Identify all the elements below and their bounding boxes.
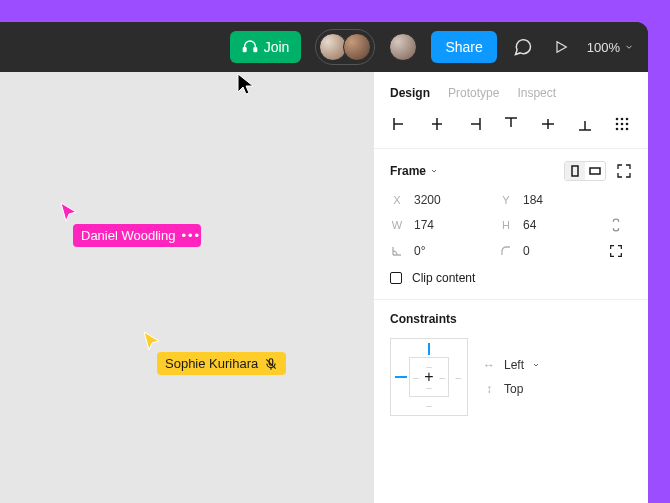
present-icon[interactable] — [549, 35, 573, 59]
horizontal-icon: ↔ — [482, 358, 496, 372]
svg-rect-0 — [243, 48, 246, 52]
avatar-group[interactable] — [315, 29, 375, 65]
svg-point-18 — [616, 118, 619, 121]
toolbar: Join Share 100% — [0, 22, 648, 72]
height-value: 64 — [523, 218, 536, 232]
x-field[interactable]: X3200 — [390, 193, 491, 207]
align-left-icon[interactable] — [388, 112, 412, 136]
canvas[interactable]: Daniel Woodling ••• Sophie Kurihara — [0, 72, 373, 503]
constraint-vertical-value: Top — [504, 382, 523, 396]
frame-dropdown[interactable]: Frame — [390, 164, 438, 178]
checkbox-icon — [390, 272, 402, 284]
constraints-diagram[interactable]: – – – – – – + — [390, 338, 468, 416]
tab-prototype[interactable]: Prototype — [448, 86, 499, 100]
orientation-toggle[interactable] — [564, 161, 606, 181]
comments-icon[interactable] — [511, 35, 535, 59]
share-button[interactable]: Share — [431, 31, 496, 63]
link-dimensions-icon[interactable] — [608, 217, 632, 233]
svg-point-21 — [616, 123, 619, 126]
portrait-icon[interactable] — [565, 162, 585, 180]
zoom-value: 100% — [587, 40, 620, 55]
zoom-dropdown[interactable]: 100% — [587, 40, 634, 55]
svg-point-22 — [621, 123, 624, 126]
align-hcenter-icon[interactable] — [425, 112, 449, 136]
rotation-field[interactable]: 0° — [390, 244, 491, 258]
join-button-label: Join — [264, 39, 290, 55]
svg-rect-27 — [572, 166, 578, 176]
height-field[interactable]: H64 — [499, 218, 600, 232]
clip-content-label: Clip content — [412, 271, 475, 285]
width-field[interactable]: W174 — [390, 218, 491, 232]
align-vcenter-icon[interactable] — [536, 112, 560, 136]
avatar[interactable] — [343, 33, 371, 61]
remote-user-name: Sophie Kurihara — [165, 356, 258, 371]
resize-to-fit-icon[interactable] — [616, 163, 632, 179]
corner-radius-field[interactable]: 0 — [499, 244, 600, 258]
constraint-horizontal-dropdown[interactable]: ↔ Left — [482, 358, 540, 372]
constraint-vertical-dropdown[interactable]: ↕ Top — [482, 382, 540, 396]
align-bottom-icon[interactable] — [573, 112, 597, 136]
independent-corners-icon[interactable] — [608, 243, 632, 259]
x-value: 3200 — [414, 193, 441, 207]
svg-point-25 — [621, 128, 624, 131]
alignment-row — [374, 110, 648, 149]
remote-user-tag[interactable]: Sophie Kurihara — [157, 352, 286, 375]
svg-point-26 — [626, 128, 629, 131]
constraint-horizontal-value: Left — [504, 358, 524, 372]
frame-title: Frame — [390, 164, 426, 178]
align-right-icon[interactable] — [462, 112, 486, 136]
svg-point-24 — [616, 128, 619, 131]
remote-user-tag[interactable]: Daniel Woodling ••• — [73, 224, 201, 247]
headset-icon — [242, 39, 258, 55]
constraints-title: Constraints — [390, 312, 632, 326]
remote-cursor-icon — [143, 331, 161, 351]
y-value: 184 — [523, 193, 543, 207]
mic-muted-icon — [264, 357, 278, 371]
corner-radius-icon — [499, 245, 513, 257]
svg-marker-2 — [557, 42, 566, 53]
rotation-value: 0° — [414, 244, 425, 258]
svg-point-23 — [626, 123, 629, 126]
svg-rect-1 — [254, 48, 257, 52]
frame-section: Frame — [374, 149, 648, 300]
remote-cursor-icon — [60, 202, 78, 222]
landscape-icon[interactable] — [585, 162, 605, 180]
mouse-cursor-icon — [236, 72, 256, 96]
panel-tabs: Design Prototype Inspect — [374, 72, 648, 110]
share-button-label: Share — [445, 39, 482, 55]
tab-design[interactable]: Design — [390, 86, 430, 100]
corner-radius-value: 0 — [523, 244, 530, 258]
clip-content-checkbox[interactable]: Clip content — [390, 271, 632, 285]
angle-icon — [390, 245, 404, 257]
tidy-up-icon[interactable] — [610, 112, 634, 136]
svg-point-20 — [626, 118, 629, 121]
width-value: 174 — [414, 218, 434, 232]
chevron-down-icon — [624, 42, 634, 52]
constraints-section: Constraints – – – – – – — [374, 300, 648, 430]
align-top-icon[interactable] — [499, 112, 523, 136]
plus-icon: + — [424, 368, 433, 386]
svg-rect-28 — [590, 168, 600, 174]
properties-panel: Design Prototype Inspect — [373, 72, 648, 503]
app-window: Join Share 100% — [0, 22, 648, 503]
vertical-icon: ↕ — [482, 382, 496, 396]
join-button[interactable]: Join — [230, 31, 302, 63]
remote-user-name: Daniel Woodling — [81, 228, 175, 243]
y-field[interactable]: Y184 — [499, 193, 600, 207]
svg-point-19 — [621, 118, 624, 121]
avatar-self[interactable] — [389, 33, 417, 61]
more-icon[interactable]: ••• — [181, 228, 193, 243]
tab-inspect[interactable]: Inspect — [517, 86, 556, 100]
